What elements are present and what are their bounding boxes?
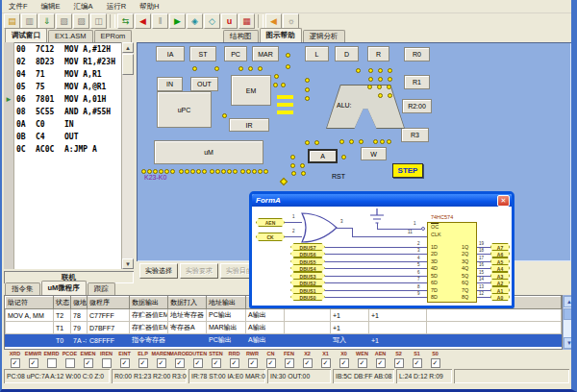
- code-line[interactable]: 067801MOV A,01H: [16, 95, 106, 108]
- table-scroll-thumb[interactable]: [564, 308, 575, 320]
- code-line[interactable]: 0AC0IN: [16, 120, 74, 133]
- table-header-3[interactable]: 微程序: [88, 297, 130, 309]
- block-R3[interactable]: R3: [401, 128, 429, 142]
- tab-right-0[interactable]: 结构图: [223, 30, 259, 42]
- menu-item-0[interactable]: 文件F: [2, 2, 35, 12]
- block-uM[interactable]: uM: [154, 140, 263, 164]
- signal-checkbox[interactable]: ✓: [11, 358, 20, 368]
- signal-checkbox[interactable]: ✓: [285, 358, 294, 368]
- signal-checkbox[interactable]: ✓: [376, 358, 386, 368]
- signal-checkbox[interactable]: ✓: [212, 358, 221, 368]
- forma-titlebar[interactable]: FormA ✕: [252, 194, 512, 207]
- scroll-up-icon[interactable]: ▲: [122, 42, 134, 53]
- block-R2[interactable]: R2:00: [402, 99, 432, 113]
- toolbar-step-over-button[interactable]: ◇: [204, 13, 220, 29]
- scroll-thumb[interactable]: [122, 54, 134, 75]
- tab-left-0[interactable]: 调试窗口: [5, 28, 47, 42]
- signal-checkbox[interactable]: ✓: [266, 358, 276, 368]
- toolbar-micro-run-button[interactable]: u: [221, 13, 238, 29]
- signal-checkbox[interactable]: ✓: [321, 358, 331, 368]
- step-button[interactable]: STEP: [392, 163, 423, 178]
- toolbar-refresh-button[interactable]: ⇆: [117, 13, 134, 29]
- table-header-2[interactable]: 微地址: [71, 297, 88, 309]
- table-header-6[interactable]: 地址输出: [207, 297, 246, 309]
- tab-right-1[interactable]: 图示帮助: [260, 28, 302, 42]
- code-line[interactable]: 0575MOV A,@R1: [16, 83, 106, 95]
- table-row[interactable]: T07A ->C8FFFF指令寄存器PC输出A输出写入+1: [6, 334, 562, 347]
- block-L[interactable]: L: [305, 46, 329, 61]
- block-IN[interactable]: IN: [157, 77, 183, 91]
- tab-left-1[interactable]: EX1.ASM: [48, 30, 93, 42]
- table-header-1[interactable]: 状态: [54, 297, 71, 309]
- toolbar-run-button[interactable]: ▶: [169, 13, 186, 29]
- signal-checkbox[interactable]: ✓: [248, 358, 258, 368]
- signal-checkbox[interactable]: ✓: [138, 358, 148, 368]
- block-A[interactable]: A: [308, 149, 338, 163]
- experiment-button-0[interactable]: 实验选择: [139, 263, 178, 279]
- menu-item-2[interactable]: 汇编A: [67, 2, 100, 12]
- block-ST[interactable]: ST: [189, 46, 216, 61]
- toolbar-lamp-button[interactable]: ☼: [283, 13, 299, 29]
- signal-checkbox[interactable]: ✓: [431, 358, 440, 368]
- table-header-0[interactable]: 助记符: [6, 297, 54, 309]
- toolbar-pause-button[interactable]: ‖: [152, 13, 168, 29]
- table-scrollbar[interactable]: ▲ ▼: [563, 295, 576, 350]
- signal-checkbox[interactable]: ✓: [84, 358, 93, 368]
- toolbar-step-into-button[interactable]: ◈: [187, 13, 203, 29]
- signal-checkbox[interactable]: ✓: [193, 358, 203, 368]
- block-R1[interactable]: R1: [404, 75, 430, 89]
- signal-checkbox[interactable]: ✓: [358, 358, 367, 368]
- code-line[interactable]: 085C55AND A,#55H: [16, 108, 111, 120]
- code-line[interactable]: 0471MOV A,R1: [16, 70, 102, 83]
- menu-item-1[interactable]: 编辑E: [35, 2, 67, 12]
- table-scroll-up-icon[interactable]: ▲: [564, 296, 575, 307]
- tab-bottom-0[interactable]: 指令集: [5, 282, 40, 295]
- signal-checkbox[interactable]: [47, 358, 57, 368]
- table-row[interactable]: MOV A, MMT278C77FFF存贮器值EM地址寄存器PC输出A输出+1+…: [6, 309, 562, 322]
- block-PC[interactable]: PC: [224, 46, 247, 61]
- block-R0[interactable]: R0: [404, 47, 430, 61]
- table-header-4[interactable]: 数据输出: [130, 297, 168, 309]
- block-OUT[interactable]: OUT: [190, 77, 218, 91]
- tab-left-2[interactable]: EPRom: [94, 30, 133, 42]
- signal-checkbox[interactable]: [65, 358, 75, 368]
- code-line[interactable]: 0CAC0CA:JMP A: [16, 145, 97, 158]
- code-scrollbar[interactable]: ▲ ▼: [121, 42, 134, 269]
- block-IR[interactable]: IR: [229, 118, 269, 132]
- code-listbox[interactable]: ► 007C12MOV A,#12H028D23MOV R1,#23H0471M…: [4, 42, 134, 269]
- menu-item-4[interactable]: 帮助H: [133, 2, 165, 12]
- signal-checkbox[interactable]: ✓: [29, 358, 38, 368]
- toolbar-chip-button[interactable]: ▦: [238, 13, 255, 29]
- table-row[interactable]: T179D7BFF7存贮器值EM寄存器AMAR输出A输出+1: [6, 322, 562, 334]
- toolbar-reset-button[interactable]: ◀: [135, 13, 151, 29]
- code-line[interactable]: 0BC4OUT: [16, 133, 78, 145]
- block-IA[interactable]: IA: [156, 46, 185, 61]
- code-line[interactable]: 028D23MOV R1,#23H: [16, 58, 115, 70]
- table-scroll-down-icon[interactable]: ▼: [564, 337, 575, 349]
- tab-bottom-2[interactable]: 跟踪: [88, 282, 115, 295]
- tab-right-2[interactable]: 逻辑分析: [303, 30, 345, 42]
- signal-checkbox[interactable]: ✓: [303, 358, 313, 368]
- code-line[interactable]: 007C12MOV A,#12H: [16, 45, 111, 58]
- menu-item-3[interactable]: 运行R: [100, 2, 133, 12]
- tab-bottom-1[interactable]: uM微程序: [41, 281, 87, 295]
- block-D[interactable]: D: [335, 46, 359, 61]
- close-icon[interactable]: ✕: [497, 195, 510, 207]
- block-EM[interactable]: EM: [231, 75, 271, 106]
- block-W[interactable]: W: [361, 147, 387, 160]
- signal-checkbox[interactable]: ✓: [230, 358, 239, 368]
- block-uPC[interactable]: uPC: [157, 91, 212, 128]
- signal-checkbox[interactable]: ✓: [120, 358, 130, 368]
- toolbar-open-button[interactable]: ▤: [4, 13, 20, 29]
- signal-checkbox[interactable]: ✓: [394, 358, 404, 368]
- signal-checkbox[interactable]: ✓: [175, 358, 185, 368]
- signal-checkbox[interactable]: ✓: [413, 358, 422, 368]
- toolbar-back-button[interactable]: ◀: [265, 13, 282, 29]
- toolbar-compile-button[interactable]: ⇓: [38, 13, 55, 29]
- block-MAR[interactable]: MAR: [252, 46, 279, 61]
- signal-checkbox[interactable]: [102, 358, 112, 368]
- signal-checkbox[interactable]: ✓: [339, 358, 349, 368]
- signal-checkbox[interactable]: ✓: [157, 358, 166, 368]
- table-header-5[interactable]: 数据打入: [168, 297, 207, 309]
- scroll-down-icon[interactable]: ▼: [122, 258, 134, 269]
